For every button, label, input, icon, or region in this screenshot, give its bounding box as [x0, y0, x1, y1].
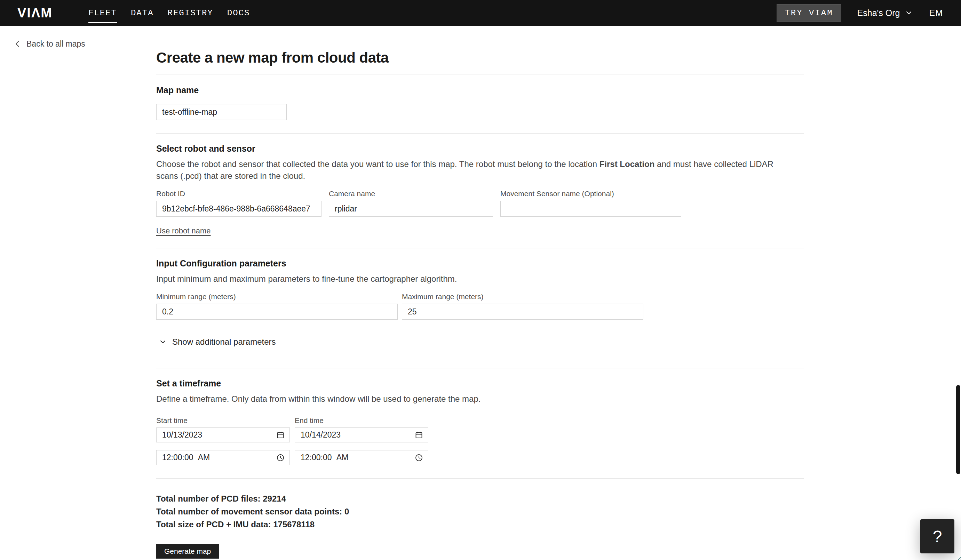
movement-points-total: Total number of movement sensor data poi… [156, 505, 804, 518]
pcd-files-total: Total number of PCD files: 29214 [156, 492, 804, 505]
nav-item-docs[interactable]: DOCS [227, 3, 250, 22]
data-summary: Total number of PCD files: 29214 Total n… [156, 492, 804, 531]
nav-item-registry[interactable]: REGISTRY [168, 3, 213, 22]
robot-sensor-section: Select robot and sensor Choose the robot… [156, 143, 804, 236]
nav-divider [70, 5, 70, 21]
location-name: First Location [599, 159, 655, 169]
robot-sensor-heading: Select robot and sensor [156, 143, 804, 154]
start-time-input[interactable]: 12:00:00 AM [156, 450, 290, 465]
calendar-icon[interactable] [415, 431, 423, 439]
pcd-files-value: 29214 [263, 494, 286, 503]
movement-sensor-field: Movement Sensor name (Optional) [500, 189, 681, 217]
chevron-left-icon [14, 39, 22, 48]
end-date-value: 10/14/2023 [301, 430, 341, 440]
top-nav: VIΛM FLEET DATA REGISTRY DOCS TRY VIAM E… [0, 0, 961, 26]
try-viam-button[interactable]: TRY VIAM [776, 4, 841, 22]
robot-id-field: Robot ID [156, 189, 321, 217]
robot-sensor-description: Choose the robot and sensor that collect… [156, 158, 793, 182]
timeframe-description: Define a timeframe. Only data from withi… [156, 393, 793, 405]
end-time-field: End time 10/14/2023 12:00:00 AM [295, 416, 428, 465]
back-link-label: Back to all maps [26, 39, 85, 49]
camera-name-input[interactable] [329, 201, 493, 217]
nav-item-data[interactable]: DATA [131, 3, 154, 22]
calendar-icon[interactable] [276, 431, 284, 439]
robot-id-label: Robot ID [156, 189, 321, 198]
create-map-form: Create a new map from cloud data Map nam… [156, 50, 804, 558]
org-name: Esha's Org [857, 8, 900, 18]
start-date-value: 10/13/2023 [162, 430, 202, 440]
min-range-label: Minimum range (meters) [156, 292, 398, 301]
use-robot-name-link[interactable]: Use robot name [156, 226, 211, 236]
clock-icon[interactable] [276, 454, 284, 462]
org-switcher[interactable]: Esha's Org [857, 8, 913, 18]
max-range-input[interactable] [402, 304, 643, 320]
primary-nav: FLEET DATA REGISTRY DOCS [88, 3, 250, 22]
timeframe-heading: Set a timeframe [156, 378, 804, 388]
chevron-down-icon [905, 9, 913, 17]
clock-icon[interactable] [415, 454, 423, 462]
total-size-value: 175678118 [273, 520, 315, 529]
total-size: Total size of PCD + IMU data: 175678118 [156, 518, 804, 531]
config-params-heading: Input Configuration parameters [156, 258, 804, 268]
movement-sensor-label: Movement Sensor name (Optional) [500, 189, 681, 198]
movement-points-value: 0 [344, 507, 349, 516]
end-time-input[interactable]: 12:00:00 AM [295, 450, 428, 465]
range-fields: Minimum range (meters) Maximum range (me… [156, 292, 804, 320]
max-range-label: Maximum range (meters) [402, 292, 643, 301]
map-name-input[interactable] [156, 104, 287, 120]
camera-name-field: Camera name [329, 189, 493, 217]
movement-sensor-input[interactable] [500, 201, 681, 217]
timeframe-section: Set a timeframe Define a timeframe. Only… [156, 378, 804, 465]
min-range-field: Minimum range (meters) [156, 292, 398, 320]
vertical-scrollbar-thumb[interactable] [956, 385, 960, 474]
camera-name-label: Camera name [329, 189, 493, 198]
end-time-label: End time [295, 416, 428, 425]
chevron-down-icon [159, 338, 167, 346]
min-range-input[interactable] [156, 304, 398, 320]
back-to-maps-link[interactable]: Back to all maps [14, 38, 85, 50]
map-name-section: Map name [156, 85, 804, 120]
viam-logo[interactable]: VIΛM [18, 6, 53, 19]
start-date-input[interactable]: 10/13/2023 [156, 427, 290, 443]
user-avatar[interactable]: EM [929, 8, 943, 18]
divider [156, 368, 804, 368]
divider [156, 74, 804, 74]
map-name-heading: Map name [156, 85, 804, 95]
start-time-field: Start time 10/13/2023 12:00:00 AM [156, 416, 290, 465]
config-params-description: Input minimum and maximum parameters to … [156, 273, 793, 285]
config-params-section: Input Configuration parameters Input min… [156, 258, 804, 347]
nav-item-fleet[interactable]: FLEET [88, 3, 117, 22]
divider [156, 133, 804, 133]
start-time-value: 12:00:00 AM [162, 453, 210, 462]
resize-grip [956, 555, 961, 560]
end-time-value: 12:00:00 AM [301, 453, 348, 462]
max-range-field: Maximum range (meters) [402, 292, 643, 320]
show-additional-label: Show additional parameters [172, 337, 276, 347]
robot-sensor-fields: Robot ID Camera name Movement Sensor nam… [156, 189, 804, 217]
nav-right: TRY VIAM Esha's Org EM [776, 4, 943, 22]
timeframe-fields: Start time 10/13/2023 12:00:00 AM End ti… [156, 416, 804, 465]
show-additional-parameters-toggle[interactable]: Show additional parameters [156, 337, 276, 347]
start-time-label: Start time [156, 416, 290, 425]
help-button[interactable]: ? [920, 519, 955, 554]
generate-map-button[interactable]: Generate map [156, 544, 219, 558]
robot-id-input[interactable] [156, 201, 321, 217]
page-title: Create a new map from cloud data [156, 50, 804, 65]
end-date-input[interactable]: 10/14/2023 [295, 427, 428, 443]
